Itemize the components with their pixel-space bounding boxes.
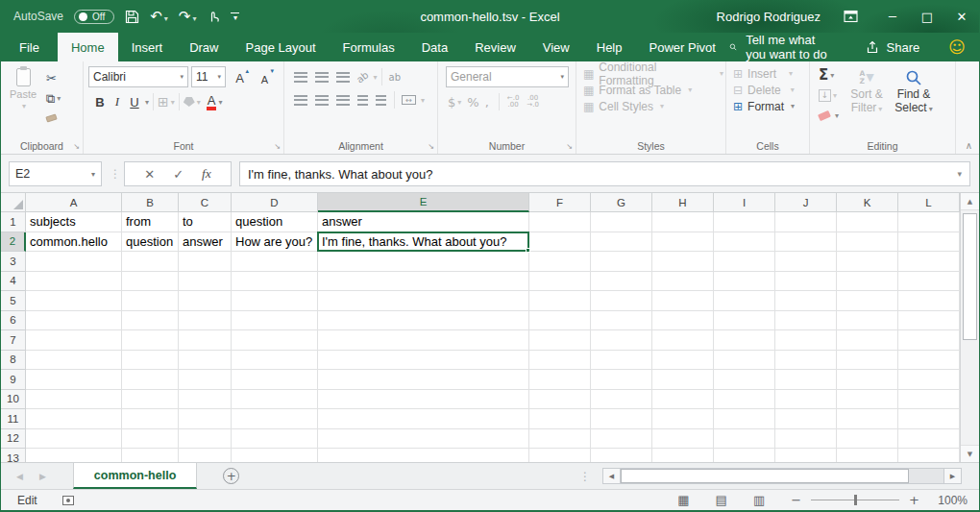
column-header-G[interactable]: G [591,193,652,212]
cell-K7[interactable] [837,330,898,351]
sheet-tab-common-hello[interactable]: common-hello [73,463,197,489]
row-header-11[interactable]: 11 [1,409,26,429]
ribbon-display-options-button[interactable] [844,10,858,23]
cell-D10[interactable] [232,390,318,410]
horizontal-scrollbar[interactable]: ◀ ▶ [602,468,962,484]
zoom-in-button[interactable]: + [909,493,919,507]
cancel-button[interactable]: ✕ [144,167,155,182]
cell-J10[interactable] [775,390,837,410]
column-header-L[interactable]: L [898,193,960,212]
cell-C13[interactable] [179,449,232,462]
macro-record-icon[interactable] [62,496,74,505]
copy-dropdown-icon[interactable]: ▾ [57,94,61,103]
fill-button[interactable]: ↓▾ [819,87,839,103]
cell-C7[interactable] [179,330,232,351]
tab-insert[interactable]: Insert [118,33,177,61]
font-size-combo[interactable]: 11▾ [191,66,226,87]
cell-I9[interactable] [714,370,775,390]
cell-I10[interactable] [714,390,775,410]
tab-file[interactable]: File [1,33,58,61]
cell-A2[interactable]: common.hello [26,232,122,253]
row-header-6[interactable]: 6 [1,311,26,331]
cell-K11[interactable] [837,409,898,429]
cell-D3[interactable] [232,252,318,272]
font-color-dropdown-icon[interactable]: ▾ [218,98,222,107]
cell-K4[interactable] [837,272,898,292]
column-header-A[interactable]: A [26,193,122,212]
number-dialog-launcher-icon[interactable]: ↘ [566,142,573,151]
formula-input[interactable]: I'm fine, thanks. What about you? ▾ [239,161,970,186]
column-header-B[interactable]: B [122,193,179,212]
redo-dropdown-icon[interactable]: ▾ [192,14,196,23]
enter-button[interactable]: ✓ [173,167,184,182]
cell-C9[interactable] [179,370,232,390]
column-header-C[interactable]: C [179,193,232,212]
cell-D9[interactable] [232,370,318,390]
copy-button[interactable]: ⧉▾ [46,91,61,105]
horizontal-scrollbar-thumb[interactable] [621,469,909,483]
cell-G2[interactable] [591,232,652,253]
clipboard-dialog-launcher-icon[interactable]: ↘ [73,142,80,151]
cell-L2[interactable] [898,232,960,253]
tab-formulas[interactable]: Formulas [330,33,408,61]
cell-I13[interactable] [714,449,775,462]
insert-function-button[interactable]: fx [202,166,211,182]
tab-page-layout[interactable]: Page Layout [233,33,330,61]
normal-view-button[interactable]: ▦ [677,494,689,506]
maximize-button[interactable]: □ [910,0,944,33]
formula-bar-drag-dots-icon[interactable]: ⋮ [110,167,121,181]
cell-D7[interactable] [232,330,318,351]
cell-C2[interactable]: answer [179,232,232,253]
cell-D8[interactable] [232,351,318,371]
cell-E13[interactable] [318,449,529,462]
row-header-12[interactable]: 12 [1,429,26,450]
row-header-13[interactable]: 13 [1,449,26,462]
page-break-preview-button[interactable]: ▥ [753,494,765,506]
cell-H7[interactable] [652,330,714,351]
cell-A7[interactable] [26,330,122,351]
cell-C6[interactable] [179,311,232,331]
tab-help[interactable]: Help [583,33,636,61]
increase-decimal-button[interactable]: ←.0.00 [507,95,520,110]
cell-E12[interactable] [318,429,529,450]
expand-formula-bar-icon[interactable]: ▾ [957,169,962,179]
cell-B13[interactable] [122,449,179,462]
cell-I1[interactable] [714,212,775,232]
cell-H10[interactable] [652,390,714,410]
cell-D2[interactable]: How are you? [232,232,318,253]
cell-E11[interactable] [318,409,529,429]
cell-G7[interactable] [591,330,652,351]
user-name[interactable]: Rodrigo Rodriguez [717,10,821,24]
cell-B8[interactable] [122,351,179,371]
cell-A13[interactable] [26,449,122,462]
cell-G13[interactable] [591,449,652,462]
cell-E5[interactable] [318,291,529,311]
cell-L1[interactable] [898,212,960,232]
orientation-dropdown-icon[interactable]: ▾ [373,73,377,82]
cell-I7[interactable] [714,330,775,351]
cell-G1[interactable] [591,212,652,232]
new-sheet-button[interactable]: + [223,468,239,484]
row-header-9[interactable]: 9 [1,370,26,390]
clear-button[interactable]: ▾ [819,108,839,123]
cell-L7[interactable] [898,330,960,351]
cell-A5[interactable] [26,291,122,311]
cell-E10[interactable] [318,390,529,410]
cell-D1[interactable]: question [232,212,318,232]
top-align-button[interactable] [294,72,307,83]
cell-J4[interactable] [775,272,837,292]
tab-home[interactable]: Home [58,33,118,61]
insert-cells-button[interactable]: ⊞ Insert ▾ [728,65,807,82]
scroll-right-button[interactable]: ▶ [943,468,962,484]
scroll-up-button[interactable]: ▲ [961,193,979,210]
cell-B10[interactable] [122,390,179,410]
cell-E1[interactable]: answer [318,212,529,232]
cell-J6[interactable] [775,311,837,331]
column-header-F[interactable]: F [529,193,591,212]
cell-A11[interactable] [26,409,122,429]
cell-F2[interactable] [529,232,591,253]
cell-L9[interactable] [898,370,960,390]
cell-B11[interactable] [122,409,179,429]
number-format-combo[interactable]: General▾ [446,66,569,87]
cell-styles-button[interactable]: ▦ Cell Styles ▾ [578,98,723,114]
